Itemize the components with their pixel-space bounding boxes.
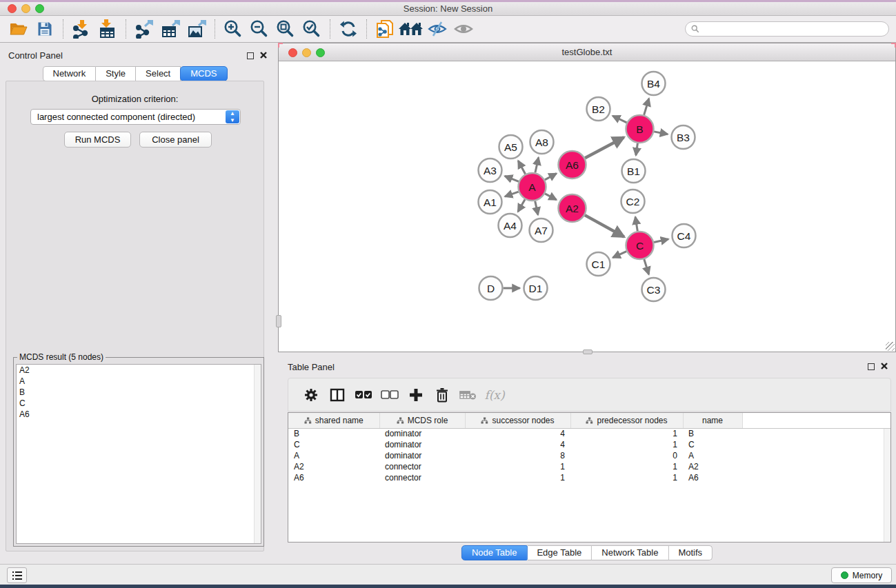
table-cell[interactable]: C [683, 439, 742, 450]
network-minimize-button[interactable] [302, 48, 311, 57]
graph-node-C1[interactable]: C1 [587, 252, 610, 276]
tab-edge-table[interactable]: Edge Table [527, 545, 592, 560]
show-columns-button[interactable] [324, 383, 350, 407]
graph-node-A3[interactable]: A3 [479, 159, 502, 182]
graph-node-C3[interactable]: C3 [642, 278, 666, 301]
graph-node-D1[interactable]: D1 [524, 276, 548, 300]
tab-motifs[interactable]: Motifs [668, 545, 713, 560]
table-cell[interactable]: A6 [683, 472, 742, 483]
graph-node-C4[interactable]: C4 [673, 224, 696, 247]
mcds-result-item[interactable]: A [17, 376, 261, 387]
table-cell[interactable]: 1 [465, 472, 570, 483]
hide-selected-button[interactable] [424, 18, 450, 40]
table-cell[interactable]: 1 [570, 439, 683, 450]
table-cell[interactable]: A6 [288, 472, 379, 483]
graph-edge-C-C4[interactable] [654, 239, 668, 243]
function-builder-button[interactable]: f(x) [481, 383, 508, 407]
graph-edge-A-A4[interactable] [518, 199, 525, 212]
table-cell[interactable]: 8 [465, 450, 570, 461]
graph-node-A6[interactable]: A6 [559, 151, 586, 179]
table-cell[interactable]: connector [379, 461, 465, 472]
graph-edge-A6-B[interactable] [585, 137, 624, 158]
table-cell[interactable]: 0 [570, 450, 683, 461]
table-cell[interactable] [742, 439, 890, 450]
graph-edge-A-A2[interactable] [545, 194, 557, 200]
result-scrollbar[interactable] [254, 365, 261, 543]
graph-edge-B-B2[interactable] [613, 116, 626, 123]
graph-edge-B-B3[interactable] [654, 132, 668, 134]
column-header-shared-name[interactable]: shared name [288, 413, 379, 428]
table-row[interactable]: Adominator80A [288, 450, 890, 461]
table-cell[interactable]: dominator [379, 450, 465, 461]
graph-node-B3[interactable]: B3 [672, 125, 695, 149]
open-session-button[interactable] [372, 18, 398, 40]
graph-edge-A-A8[interactable] [535, 158, 539, 173]
graph-edge-C-C1[interactable] [613, 252, 627, 258]
graph-edge-A-A3[interactable] [505, 176, 519, 181]
graph-node-A7[interactable]: A7 [530, 219, 553, 242]
network-canvas[interactable]: B4B2BB3A8A5A6A3B1AC2A1A2A4A7C4CC1DD1C3 [279, 62, 895, 352]
close-panel-button[interactable]: Close panel [139, 132, 212, 148]
graph-node-C[interactable]: C [626, 232, 654, 259]
table-scrollbar[interactable] [884, 429, 890, 542]
mcds-result-item[interactable]: A2 [17, 365, 261, 376]
float-panel-icon[interactable] [868, 363, 875, 370]
zoom-in-button[interactable] [220, 18, 246, 40]
open-file-button[interactable] [6, 18, 32, 40]
mcds-result-list[interactable]: A2ABCA6 [16, 364, 261, 544]
tab-network[interactable]: Network [42, 66, 96, 81]
table-cell[interactable] [742, 450, 890, 461]
export-image-button[interactable] [183, 18, 210, 40]
maximize-window-button[interactable] [35, 4, 44, 13]
column-header-name[interactable]: name [683, 413, 742, 428]
table-cell[interactable]: 1 [570, 472, 683, 483]
graph-edge-A2-C[interactable] [585, 215, 624, 236]
table-row[interactable]: Bdominator41B [288, 428, 890, 439]
graph-node-B4[interactable]: B4 [642, 72, 666, 95]
graph-node-D[interactable]: D [479, 276, 503, 300]
graph-node-B2[interactable]: B2 [587, 97, 610, 121]
table-cell[interactable]: 1 [570, 428, 683, 439]
table-cell[interactable]: dominator [379, 439, 465, 450]
table-cell[interactable]: A [288, 450, 379, 461]
graph-node-A5[interactable]: A5 [499, 135, 523, 159]
horizontal-scrollbar-thumb[interactable] [583, 349, 593, 354]
network-graph[interactable]: B4B2BB3A8A5A6A3B1AC2A1A2A4A7C4CC1DD1C3 [279, 62, 895, 352]
table-cell[interactable]: 1 [465, 461, 570, 472]
graph-edge-A-A7[interactable] [535, 201, 538, 215]
zoom-fit-button[interactable] [272, 18, 299, 40]
close-panel-icon[interactable] [880, 362, 888, 370]
table-row[interactable]: Cdominator41C [288, 439, 890, 450]
table-row[interactable]: A6connector11A6 [288, 472, 890, 483]
graph-node-A1[interactable]: A1 [479, 190, 502, 214]
table-cell[interactable] [742, 472, 890, 483]
graph-edge-B-B1[interactable] [636, 143, 638, 155]
table-cell[interactable]: C [288, 439, 379, 450]
table-cell[interactable]: 4 [465, 439, 570, 450]
table-cell[interactable]: connector [379, 472, 465, 483]
memory-button[interactable]: Memory [831, 567, 892, 583]
graph-node-A4[interactable]: A4 [499, 214, 522, 237]
graph-edge-C-C3[interactable] [644, 259, 649, 274]
resize-corner-icon[interactable] [891, 43, 896, 48]
tab-select[interactable]: Select [136, 66, 181, 81]
table-cell[interactable]: A [683, 450, 742, 461]
float-panel-icon[interactable] [247, 52, 254, 59]
table-cell[interactable] [742, 461, 890, 472]
add-column-button[interactable] [403, 383, 429, 407]
mcds-result-item[interactable]: A6 [17, 409, 261, 420]
table-cell[interactable]: 4 [465, 428, 570, 439]
network-close-button[interactable] [288, 48, 297, 57]
graph-node-C2[interactable]: C2 [621, 190, 645, 213]
delete-table-button[interactable] [455, 383, 481, 407]
import-table-button[interactable] [94, 18, 121, 40]
table-cell[interactable]: B [288, 428, 379, 439]
delete-column-button[interactable] [429, 383, 455, 407]
tab-network-table[interactable]: Network Table [592, 545, 668, 560]
resize-grip-icon[interactable] [886, 342, 895, 351]
table-row[interactable]: A2connector11A2 [288, 461, 890, 472]
mcds-result-item[interactable]: B [17, 387, 261, 398]
home-button[interactable] [398, 18, 424, 40]
export-network-button[interactable] [131, 18, 157, 40]
column-header-mcds-role[interactable]: MCDS role [379, 413, 465, 428]
